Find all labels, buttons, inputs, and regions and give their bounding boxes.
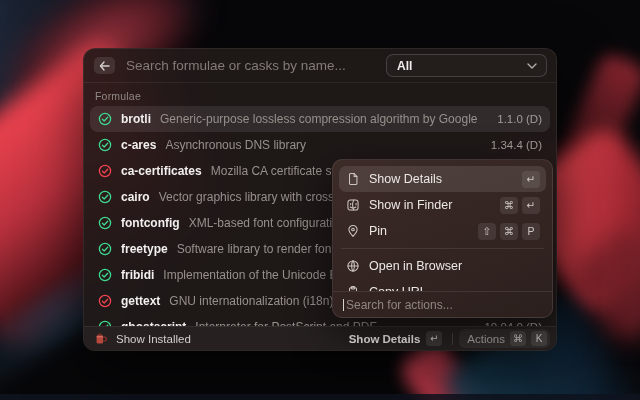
divider bbox=[452, 333, 453, 345]
filter-dropdown-value: All bbox=[397, 59, 527, 73]
outdated-check-icon bbox=[98, 164, 112, 178]
formula-row-c-ares[interactable]: c-ares Asynchronous DNS library 1.34.4 (… bbox=[90, 132, 550, 158]
wallpaper-shape bbox=[555, 51, 640, 185]
formula-name: freetype bbox=[121, 242, 168, 256]
menu-separator bbox=[341, 248, 544, 249]
formula-version: 1.1.0 (D) bbox=[489, 113, 542, 125]
return-key-icon: ↵ bbox=[522, 197, 540, 214]
status-bar-actions: Show Details ↵ Actions ⌘ K bbox=[345, 329, 550, 348]
menu-item-show-details[interactable]: Show Details ↵ bbox=[339, 166, 546, 192]
formula-name: c-ares bbox=[121, 138, 156, 152]
installed-check-icon bbox=[98, 190, 112, 204]
installed-check-icon bbox=[98, 242, 112, 256]
command-key-icon: ⌘ bbox=[500, 223, 518, 240]
installed-check-icon bbox=[98, 112, 112, 126]
formula-description: Software library to render fonts bbox=[177, 242, 341, 256]
formula-name: gettext bbox=[121, 294, 160, 308]
back-button[interactable] bbox=[94, 57, 115, 74]
formula-name: ca-certificates bbox=[121, 164, 202, 178]
pin-icon bbox=[346, 224, 360, 238]
return-key-icon: ↵ bbox=[522, 171, 540, 188]
desktop: All Formulae brotli Generic-purpose loss… bbox=[0, 0, 640, 400]
formula-version: 1.34.4 (D) bbox=[483, 139, 542, 151]
installed-check-icon bbox=[98, 268, 112, 282]
formula-description: Mozilla CA certificate store bbox=[211, 164, 352, 178]
document-icon bbox=[346, 172, 360, 186]
section-title: Formulae bbox=[90, 83, 550, 106]
globe-icon bbox=[346, 259, 360, 273]
menu-item-show-in-finder[interactable]: Show in Finder ⌘ ↵ bbox=[339, 192, 546, 218]
text-caret bbox=[343, 299, 344, 311]
menu-item-pin[interactable]: Pin ⇧ ⌘ P bbox=[339, 218, 546, 244]
actions-button[interactable]: Actions ⌘ K bbox=[459, 329, 550, 348]
formula-name: fontconfig bbox=[121, 216, 180, 230]
command-title: Show Installed bbox=[116, 333, 191, 345]
formula-name: cairo bbox=[121, 190, 150, 204]
search-header: All bbox=[84, 49, 556, 83]
installed-check-icon bbox=[98, 138, 112, 152]
return-key-icon: ↵ bbox=[426, 331, 442, 346]
menu-item-open-in-browser[interactable]: Open in Browser bbox=[339, 253, 546, 279]
homebrew-icon bbox=[94, 332, 108, 346]
installed-check-icon bbox=[98, 216, 112, 230]
wallpaper-shape bbox=[565, 222, 640, 349]
filter-dropdown[interactable]: All bbox=[386, 54, 547, 77]
command-key-icon: ⌘ bbox=[510, 331, 526, 346]
p-key-icon: P bbox=[522, 223, 540, 240]
wallpaper-shape bbox=[0, 394, 640, 400]
shift-key-icon: ⇧ bbox=[478, 223, 496, 240]
command-key-icon: ⌘ bbox=[500, 197, 518, 214]
show-details-action[interactable]: Show Details ↵ bbox=[345, 329, 447, 348]
actions-menu-list: Show Details ↵ Show in Finder ⌘ bbox=[333, 160, 552, 291]
actions-search-input[interactable] bbox=[346, 298, 542, 312]
search-input[interactable] bbox=[126, 58, 386, 73]
status-bar: Show Installed Show Details ↵ Actions ⌘ … bbox=[84, 326, 556, 350]
actions-search[interactable] bbox=[333, 291, 552, 317]
formula-description: Generic-purpose lossless compression alg… bbox=[160, 112, 477, 126]
formula-description: Asynchronous DNS library bbox=[165, 138, 306, 152]
formula-name: fribidi bbox=[121, 268, 154, 282]
k-key-icon: K bbox=[531, 331, 547, 346]
back-arrow-icon bbox=[99, 61, 110, 71]
formula-name: brotli bbox=[121, 112, 151, 126]
actions-menu: Show Details ↵ Show in Finder ⌘ bbox=[332, 159, 553, 318]
finder-icon bbox=[346, 198, 360, 212]
outdated-check-icon bbox=[98, 294, 112, 308]
chevron-down-icon bbox=[527, 63, 537, 69]
formula-row-brotli[interactable]: brotli Generic-purpose lossless compress… bbox=[90, 106, 550, 132]
menu-item-copy-url[interactable]: Copy URL bbox=[339, 279, 546, 291]
